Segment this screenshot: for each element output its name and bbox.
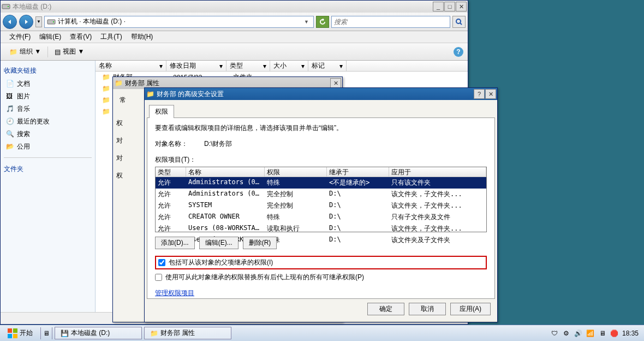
svg-rect-7	[13, 328, 17, 333]
drive-icon: 💾	[61, 330, 69, 337]
task-explorer[interactable]: 💾本地磁盘 (D:)	[55, 327, 142, 339]
permission-row[interactable]: 允许CREATOR OWNER特殊D:\只有子文件夹及文件	[156, 211, 486, 223]
menu-view[interactable]: 查看(V)	[65, 32, 96, 42]
svg-point-1	[8, 6, 9, 7]
sidebar-item-music[interactable]: 🎵音乐	[4, 103, 92, 115]
search-input[interactable]	[332, 18, 450, 26]
breadcrumb-text: 计算机 · 本地磁盘 (D:) ·	[58, 17, 126, 26]
menu-bar: 文件(F) 编辑(E) 查看(V) 工具(T) 帮助(H)	[1, 31, 468, 43]
column-inherited[interactable]: 继承于	[327, 167, 389, 177]
folder-icon: 📁	[102, 108, 111, 116]
column-applies[interactable]: 应用于	[389, 167, 486, 177]
address-bar[interactable]: 计算机 · 本地磁盘 (D:) · ▼	[44, 16, 314, 28]
svg-point-3	[53, 21, 54, 22]
inherit-checkbox-highlight: 包括可从该对象的父项继承的权限(I)	[155, 256, 487, 269]
folder-icon: 📂	[6, 143, 15, 151]
column-permission[interactable]: 权限	[265, 167, 327, 177]
tray-icon[interactable]: 🖥	[598, 329, 607, 338]
column-type[interactable]: 类型	[156, 167, 186, 177]
music-icon: 🎵	[6, 105, 15, 114]
sidebar-item-documents[interactable]: 📄文档	[4, 78, 92, 90]
tray-icon[interactable]: 🛡	[550, 329, 559, 338]
close-button[interactable]: ✕	[485, 89, 496, 99]
svg-point-4	[456, 19, 461, 23]
cancel-button[interactable]: 取消	[409, 303, 446, 315]
back-button[interactable]	[3, 15, 17, 29]
organize-icon: 📁	[9, 48, 17, 56]
permission-row[interactable]: 允许Administrators (08...特殊<不是继承的>只有该文件夹	[156, 177, 486, 189]
replace-checkbox-row[interactable]: 使用可从此对象继承的权限替换所有后代上现有的所有可继承权限(P)	[155, 273, 487, 282]
svg-line-5	[460, 23, 462, 25]
menu-help[interactable]: 帮助(H)	[127, 32, 158, 42]
sidebar-item-pictures[interactable]: 🖼图片	[4, 90, 92, 103]
file-list-header: 名称▾ 修改日期▾ 类型▾ 大小▾ 标记▾	[96, 61, 468, 72]
view-icon: ▤	[55, 48, 61, 56]
edit-button[interactable]: 编辑(E)...	[199, 237, 238, 249]
column-tags[interactable]: 标记▾	[308, 61, 347, 71]
column-size[interactable]: 大小▾	[270, 61, 308, 71]
drive-icon	[47, 17, 56, 26]
view-button[interactable]: ▤视图 ▼	[50, 45, 88, 58]
svg-rect-8	[8, 334, 12, 338]
search-box	[331, 16, 450, 28]
advanced-security-dialog: 📁 财务部 的高级安全设置 ? ✕ 权限 要查看或编辑权限项目的详细信息，请选择…	[144, 87, 498, 322]
folder-icon: 📁	[114, 79, 123, 87]
sidebar: 收藏夹链接 📄文档 🖼图片 🎵音乐 🕘最近的更改 🔍搜索 📂公用 文件夹	[1, 61, 96, 312]
context-help-button[interactable]: ?	[474, 89, 485, 99]
quick-launch-icon[interactable]: 🖥	[43, 330, 50, 337]
folder-icon: 📁	[102, 96, 111, 105]
permission-row[interactable]: 允许SYSTEM完全控制D:\该文件夹，子文件夹...	[156, 200, 486, 211]
minimize-button[interactable]: _	[433, 2, 444, 11]
column-type[interactable]: 类型▾	[226, 61, 270, 71]
dialog-footer: 确定 取消 应用(A)	[147, 299, 495, 319]
svg-rect-6	[8, 328, 12, 333]
tray-icon[interactable]: 📶	[586, 329, 595, 338]
properties-title: 财务部 属性	[125, 79, 330, 88]
menu-file[interactable]: 文件(F)	[5, 32, 35, 42]
apply-button[interactable]: 应用(A)	[450, 303, 491, 315]
nav-history-dropdown[interactable]: ▼	[35, 16, 42, 27]
search-button[interactable]	[452, 16, 466, 28]
nav-toolbar: ▼ 计算机 · 本地磁盘 (D:) · ▼	[1, 13, 468, 31]
organize-button[interactable]: 📁组织 ▼	[5, 45, 45, 58]
tray-icon[interactable]: ⚙	[562, 329, 571, 338]
sidebar-item-public[interactable]: 📂公用	[4, 140, 92, 153]
menu-tools[interactable]: 工具(T)	[96, 32, 126, 42]
close-button[interactable]: ✕	[330, 78, 341, 88]
inherit-checkbox-row[interactable]: 包括可从该对象的父项继承的权限(I)	[158, 258, 484, 267]
replace-checkbox[interactable]	[155, 274, 162, 281]
start-button[interactable]: 开始	[2, 327, 38, 339]
documents-icon: 📄	[6, 80, 15, 89]
inherit-checkbox[interactable]	[158, 259, 165, 266]
clock[interactable]: 18:35	[622, 330, 639, 337]
help-icon[interactable]: ?	[454, 47, 463, 57]
taskbar: 开始 🖥 💾本地磁盘 (D:) 📁财务部 属性 🛡 ⚙ 🔊 📶 🖥 🛑 18:3…	[0, 325, 644, 341]
maximize-button[interactable]: □	[444, 2, 455, 11]
permissions-label: 权限项目(T)：	[155, 155, 487, 164]
column-name[interactable]: 名称▾	[96, 61, 166, 71]
forward-button[interactable]	[19, 15, 33, 29]
add-button[interactable]: 添加(D)...	[155, 237, 195, 249]
remove-button[interactable]: 删除(R)	[243, 237, 277, 249]
manage-permissions-link[interactable]: 管理权限项目	[155, 289, 487, 298]
sidebar-folders[interactable]: 文件夹	[4, 162, 92, 176]
tray-icon[interactable]: 🛑	[610, 329, 619, 338]
system-tray: 🛡 ⚙ 🔊 📶 🖥 🛑 18:35	[550, 329, 642, 338]
column-name[interactable]: 名称	[186, 167, 265, 177]
tab-permissions[interactable]: 权限	[149, 105, 174, 118]
tray-icon[interactable]: 🔊	[574, 329, 583, 338]
menu-edit[interactable]: 编辑(E)	[35, 32, 65, 42]
column-date[interactable]: 修改日期▾	[166, 61, 226, 71]
ok-button[interactable]: 确定	[367, 303, 404, 315]
permissions-listview[interactable]: 类型 名称 权限 继承于 应用于 允许Administrators (08...…	[155, 167, 487, 232]
folder-icon: 📁	[102, 85, 111, 93]
sidebar-item-recent[interactable]: 🕘最近的更改	[4, 115, 92, 128]
refresh-button[interactable]	[316, 16, 329, 28]
permission-row[interactable]: 允许Administrators (08...完全控制D:\该文件夹，子文件夹.…	[156, 189, 486, 200]
permission-row[interactable]: 允许Users (08-WORKSTAT...读取和执行D:\该文件夹，子文件夹…	[156, 223, 486, 234]
sidebar-item-search[interactable]: 🔍搜索	[4, 128, 92, 140]
close-button[interactable]: ✕	[456, 2, 467, 11]
task-properties[interactable]: 📁财务部 属性	[144, 327, 231, 339]
tabs: 权限	[147, 102, 495, 117]
drive-icon	[2, 2, 10, 11]
